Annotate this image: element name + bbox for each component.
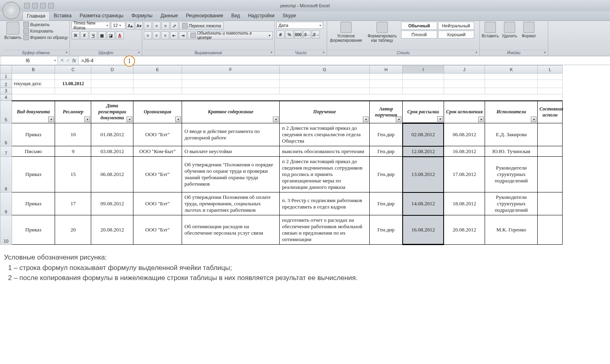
cell[interactable]	[538, 192, 563, 215]
table-header[interactable]: Срок рассылки▾	[403, 101, 444, 123]
filter-dropdown-icon[interactable]: ▾	[273, 117, 278, 122]
table-header[interactable]: Поручение▾	[279, 101, 369, 123]
indent-increase-icon[interactable]: ⇥	[179, 31, 187, 39]
cell[interactable]: 15	[55, 157, 91, 192]
align-middle-icon[interactable]: ≡	[153, 22, 161, 30]
col-header[interactable]: B	[12, 65, 55, 74]
cell[interactable]: Об утверждении "Положения о порядке обуч…	[182, 157, 279, 192]
cell[interactable]: Е.Д. Закирова	[485, 123, 538, 146]
filter-dropdown-icon[interactable]: ▾	[175, 117, 181, 122]
select-all-corner[interactable]	[0, 65, 12, 74]
comma-icon[interactable]: 000	[294, 31, 302, 39]
col-header[interactable]: J	[444, 65, 485, 74]
col-header[interactable]: D	[91, 65, 133, 74]
col-header[interactable]: C	[55, 65, 91, 74]
col-header[interactable]: F	[182, 65, 279, 74]
tab-view[interactable]: Вид	[227, 11, 244, 20]
table-header[interactable]: Рег.номер▾	[55, 101, 91, 123]
cell-selected[interactable]: 16.08.2012	[403, 215, 444, 245]
decrease-decimal-icon[interactable]: .0→	[312, 31, 320, 39]
cell[interactable]: п. 3 Реестр с подписями работников предо…	[279, 192, 369, 215]
bold-button[interactable]: Ж	[72, 31, 80, 39]
tab-addins[interactable]: Надстройки	[244, 11, 278, 20]
tab-insert[interactable]: Вставка	[50, 11, 76, 20]
cell[interactable]: п 2 Довести настоящий приказ до сведения…	[279, 123, 369, 146]
font-size-combo[interactable]: 12▾	[111, 22, 125, 29]
name-box[interactable]: I6▾	[2, 56, 58, 65]
cell[interactable]: Ю.Ю. Тучинская	[485, 146, 538, 157]
currency-icon[interactable]: ₽	[276, 31, 285, 39]
underline-button[interactable]: Ч	[89, 31, 97, 39]
delete-cells-button[interactable]: Удалить	[501, 22, 518, 38]
table-header[interactable]: Автор поручения▾	[370, 101, 403, 123]
cancel-icon[interactable]: ✕	[60, 58, 64, 63]
tab-home[interactable]: Главная	[23, 11, 50, 20]
format-painter-button[interactable]: Формат по образцу	[23, 35, 68, 40]
cell[interactable]: Об оптимизации расходов на обеспечение п…	[182, 215, 279, 245]
cell-selected[interactable]: 14.08.2012	[403, 192, 444, 215]
row-header[interactable]: 4	[0, 94, 12, 101]
cut-button[interactable]: Вырезать	[23, 22, 68, 27]
filter-dropdown-icon[interactable]: ▾	[127, 117, 132, 122]
cell[interactable]: 13.08.2012	[55, 80, 91, 88]
fx-icon[interactable]: fx	[72, 58, 76, 63]
tab-data[interactable]: Данные	[156, 11, 182, 20]
insert-cells-button[interactable]: Вставить	[481, 22, 499, 38]
align-center-icon[interactable]: ≡	[153, 31, 161, 39]
cell[interactable]	[538, 146, 563, 157]
wrap-text-button[interactable]: Перенос текста	[179, 22, 224, 30]
percent-icon[interactable]: %	[285, 31, 293, 39]
italic-button[interactable]: К	[80, 31, 88, 39]
cell[interactable]: 06.08.2012	[91, 157, 133, 192]
cell[interactable]: Ген.дир	[370, 192, 403, 215]
cell[interactable]: Приказ	[12, 192, 55, 215]
filter-dropdown-icon[interactable]: ▾	[84, 117, 90, 122]
cell[interactable]: М.К. Горенко	[485, 215, 538, 245]
increase-decimal-icon[interactable]: .0←	[303, 31, 311, 39]
style-good[interactable]: Хороший	[438, 31, 474, 39]
filter-dropdown-icon[interactable]: ▾	[437, 116, 443, 122]
tab-review[interactable]: Рецензирование	[182, 11, 227, 20]
row-header[interactable]: 7	[0, 146, 12, 157]
increase-font-icon[interactable]: A▴	[126, 22, 134, 30]
font-name-combo[interactable]: Times New Roma▾	[72, 22, 110, 29]
cell[interactable]: Ген.дир	[370, 157, 403, 192]
cell[interactable]: Приказ	[12, 215, 55, 245]
align-left-icon[interactable]: ≡	[144, 31, 152, 39]
filter-dropdown-icon[interactable]: ▾	[396, 117, 401, 122]
col-header-selected[interactable]: I	[403, 65, 444, 74]
cell[interactable]: Руководители структурных подразделений	[485, 157, 538, 192]
orientation-icon[interactable]: ⤢	[170, 22, 178, 30]
table-header[interactable]: Состояние исполн	[538, 101, 563, 123]
cell-selected[interactable]: 12.08.2012	[403, 146, 444, 157]
cell[interactable]	[538, 157, 563, 192]
enter-icon[interactable]: ✓	[66, 58, 70, 63]
cell[interactable]: п 2 Довести настоящий приказ до сведения…	[279, 157, 369, 192]
paste-button[interactable]: Вставить	[4, 22, 22, 40]
table-header[interactable]: Организация▾	[133, 101, 182, 123]
cell[interactable]: 20.08.2012	[444, 215, 485, 245]
filter-dropdown-icon[interactable]: ▾	[478, 117, 484, 122]
font-color-button[interactable]: A	[116, 31, 124, 39]
format-as-table-button[interactable]: Форматировать как таблицу	[365, 22, 399, 43]
cell[interactable]: Об утверждении Положения об оплате труда…	[182, 192, 279, 215]
office-button[interactable]	[2, 2, 20, 19]
row-header[interactable]: 9	[0, 192, 12, 215]
cell[interactable]: выяснить обоснованность претензии	[279, 146, 369, 157]
col-header[interactable]: E	[133, 65, 182, 74]
cell[interactable]: 16.08.2012	[444, 146, 485, 157]
table-header[interactable]: Вид документа▾	[12, 101, 55, 123]
cell[interactable]: текущая дата:	[12, 80, 55, 88]
row-header[interactable]: 1	[0, 74, 12, 80]
cell-selected[interactable]: 02.08.2012	[403, 123, 444, 146]
align-right-icon[interactable]: ≡	[161, 31, 169, 39]
table-header[interactable]: Исполнители▾	[485, 101, 538, 123]
cell-styles-gallery[interactable]: Обычный Нейтральный Плохой Хороший	[401, 22, 474, 39]
row-header[interactable]: 5	[0, 101, 12, 123]
spreadsheet-grid[interactable]: B C D E F G H I J K L 1 2 текущая дата: …	[0, 65, 610, 245]
filter-dropdown-icon[interactable]: ▾	[363, 117, 368, 122]
filter-dropdown-icon[interactable]: ▾	[48, 117, 54, 122]
cell[interactable]: 20	[55, 215, 91, 245]
style-neutral[interactable]: Нейтральный	[438, 22, 474, 30]
number-format-combo[interactable]: Дата▾	[276, 22, 323, 29]
